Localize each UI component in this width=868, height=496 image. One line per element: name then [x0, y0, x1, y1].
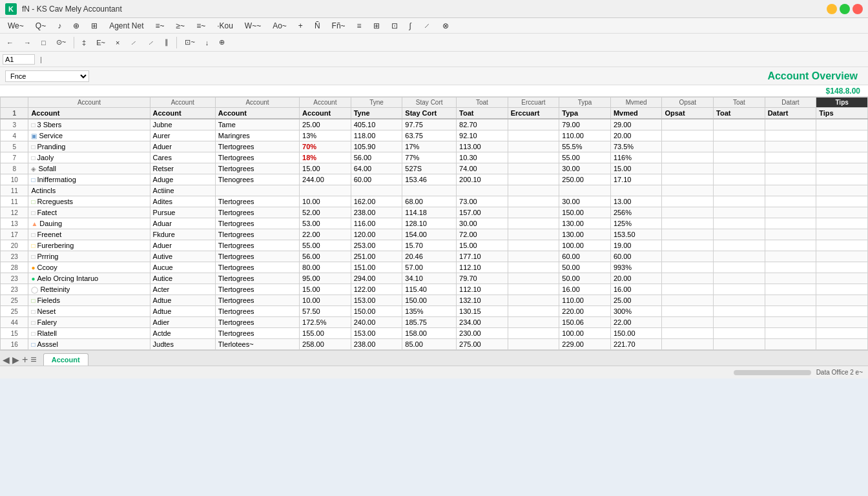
table-cell[interactable]: 115.40: [402, 284, 457, 295]
table-row[interactable]: 23●Aelo Orcing IntaruoAuticeTlertogrees9…: [1, 273, 868, 284]
table-cell[interactable]: [508, 284, 559, 295]
table-cell[interactable]: Retser: [150, 163, 215, 174]
table-cell[interactable]: 132.10: [457, 295, 508, 306]
table-cell[interactable]: 155.00: [300, 328, 351, 339]
table-cell[interactable]: [816, 229, 868, 240]
menu-tools[interactable]: ≥~: [171, 20, 191, 32]
table-cell[interactable]: Tlertogrees: [215, 229, 299, 240]
table-cell[interactable]: Pursue: [150, 207, 215, 218]
menu-view[interactable]: ⊕: [68, 20, 85, 32]
table-cell[interactable]: Adtue: [150, 295, 215, 306]
table-cell[interactable]: [662, 141, 714, 152]
table-cell[interactable]: 185.75: [402, 317, 457, 328]
table-cell[interactable]: Tlertogrees: [215, 196, 299, 207]
menu-fn[interactable]: Fñ~: [327, 20, 351, 32]
table-cell[interactable]: 13%: [300, 130, 351, 141]
cell-name[interactable]: □Rcreguests: [28, 196, 150, 207]
table-cell[interactable]: 993%: [610, 262, 662, 273]
menu-kou[interactable]: ·Kou: [212, 20, 238, 32]
table-cell[interactable]: [714, 295, 765, 306]
table-cell[interactable]: 52.00: [300, 207, 351, 218]
table-cell[interactable]: [714, 141, 765, 152]
table-cell[interactable]: [662, 218, 714, 229]
table-cell[interactable]: Aduge: [150, 174, 215, 185]
menu-format[interactable]: ≡~: [150, 20, 170, 32]
table-cell[interactable]: 22.00: [300, 229, 351, 240]
table-cell[interactable]: [816, 119, 868, 130]
table-cell[interactable]: Tlertogrees: [215, 262, 299, 273]
table-cell[interactable]: 154.00: [402, 229, 457, 240]
table-row[interactable]: 4▣ServiceAurerMaringres13%118.0063.7592.…: [1, 130, 868, 141]
table-row[interactable]: 11□RcreguestsAditesTlertogrees10.00162.0…: [1, 196, 868, 207]
table-cell[interactable]: [508, 251, 559, 262]
table-cell[interactable]: [662, 317, 714, 328]
table-cell[interactable]: [816, 251, 868, 262]
table-cell[interactable]: [662, 273, 714, 284]
table-cell[interactable]: 20.00: [610, 273, 662, 284]
table-cell[interactable]: [662, 163, 714, 174]
grid-btn2[interactable]: ⊡~: [181, 37, 198, 48]
table-cell[interactable]: 79.00: [559, 119, 611, 130]
table-row[interactable]: 11ActinclsActiine: [1, 185, 868, 196]
table-cell[interactable]: 25.00: [300, 119, 351, 130]
table-cell[interactable]: [508, 218, 559, 229]
table-cell[interactable]: [714, 130, 765, 141]
table-cell[interactable]: 240.00: [351, 317, 402, 328]
table-cell[interactable]: [765, 295, 816, 306]
table-cell[interactable]: 230.00: [457, 328, 508, 339]
table-cell[interactable]: Tlertogrees: [215, 240, 299, 251]
add-tab[interactable]: +: [22, 354, 28, 366]
table-cell[interactable]: 50.00: [559, 273, 611, 284]
cell-name[interactable]: ▣Service: [28, 130, 150, 141]
table-cell[interactable]: Actde: [150, 328, 215, 339]
table-cell[interactable]: [662, 328, 714, 339]
table-cell[interactable]: Account: [300, 108, 351, 119]
table-cell[interactable]: 221.70: [610, 339, 662, 350]
table-cell[interactable]: 100.00: [559, 328, 611, 339]
table-cell[interactable]: 73.5%: [610, 141, 662, 152]
table-cell[interactable]: [508, 306, 559, 317]
table-cell[interactable]: [508, 262, 559, 273]
table-cell[interactable]: [765, 152, 816, 163]
cell-name[interactable]: ▲Dauing: [28, 218, 150, 229]
table-cell[interactable]: 92.10: [457, 130, 508, 141]
table-cell[interactable]: [610, 185, 662, 196]
table-cell[interactable]: Cares: [150, 152, 215, 163]
table-cell[interactable]: 153.00: [351, 295, 402, 306]
table-row[interactable]: 28●CcooyAucueTlertogrees80.00151.0057.00…: [1, 262, 868, 273]
table-cell[interactable]: [662, 262, 714, 273]
cell-name[interactable]: □Pranding: [28, 141, 150, 152]
table-cell[interactable]: 300%: [610, 306, 662, 317]
table-cell[interactable]: 15.00: [300, 163, 351, 174]
table-cell[interactable]: 110.00: [559, 295, 611, 306]
table-cell[interactable]: 15.00: [457, 240, 508, 251]
table-cell[interactable]: Tlertogrees: [215, 295, 299, 306]
table-cell[interactable]: 122.00: [351, 284, 402, 295]
table-cell[interactable]: 82.70: [457, 119, 508, 130]
table-cell[interactable]: Maringres: [215, 130, 299, 141]
table-cell[interactable]: [300, 185, 351, 196]
table-cell[interactable]: 150.00: [402, 295, 457, 306]
table-cell[interactable]: 253.00: [351, 240, 402, 251]
table-cell[interactable]: [714, 218, 765, 229]
table-cell[interactable]: Toat: [457, 108, 508, 119]
table-cell[interactable]: Mvmed: [610, 108, 662, 119]
table-cell[interactable]: 10.30: [457, 152, 508, 163]
table-cell[interactable]: [662, 306, 714, 317]
table-cell[interactable]: Opsat: [662, 108, 714, 119]
table-cell[interactable]: 53.00: [300, 218, 351, 229]
table-cell[interactable]: [662, 339, 714, 350]
table-cell[interactable]: 125%: [610, 218, 662, 229]
close-button[interactable]: [852, 4, 863, 14]
table-cell[interactable]: [816, 284, 868, 295]
table-cell[interactable]: [765, 174, 816, 185]
table-cell[interactable]: [662, 207, 714, 218]
col-header-tyne[interactable]: Tyne: [351, 98, 402, 108]
table-cell[interactable]: 19.00: [610, 240, 662, 251]
table-row[interactable]: 13▲DauingAduarTlertogrees53.00116.00128.…: [1, 218, 868, 229]
table-cell[interactable]: [765, 262, 816, 273]
table-row[interactable]: 44□FaleryAdierTlertogrees172.5%240.00185…: [1, 317, 868, 328]
table-cell[interactable]: Tlertogrees: [215, 152, 299, 163]
table-cell[interactable]: Jubne: [150, 119, 215, 130]
table-cell[interactable]: 74.00: [457, 163, 508, 174]
